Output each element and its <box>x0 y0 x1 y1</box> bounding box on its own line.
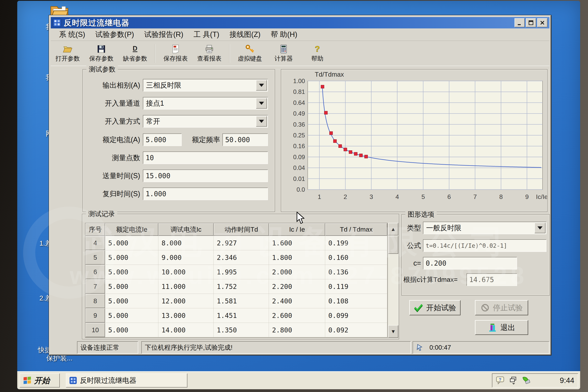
start-label: 开始 <box>34 375 50 386</box>
table-cell: 5.000 <box>105 308 158 322</box>
toolbar-open-params-button[interactable]: 打开参数 <box>51 42 84 65</box>
table-header-3[interactable]: 动作时间Td <box>214 223 269 236</box>
menu-item-5[interactable]: 帮 助(H) <box>266 28 302 40</box>
table-cell: 0.119 <box>325 279 387 294</box>
table-row[interactable]: 105.00014.0001.3502.8000.092 <box>86 323 387 337</box>
toolbar-help-button[interactable]: ?帮助 <box>300 42 334 65</box>
menu-item-3[interactable]: 工 具(T) <box>188 28 224 40</box>
graph-options-group-title: 图形选项 <box>405 210 437 219</box>
send-time-field[interactable] <box>143 170 268 182</box>
rated-freq-field[interactable] <box>222 134 268 146</box>
menu-item-1[interactable]: 试验参数(P) <box>90 28 139 40</box>
scroll-up-icon[interactable]: ▲ <box>388 223 398 236</box>
table-cell: 0.099 <box>325 308 387 322</box>
reset-time-field[interactable] <box>143 188 268 200</box>
table-header-1[interactable]: 额定电流Ie <box>105 223 158 236</box>
c-field[interactable] <box>423 257 517 270</box>
table-cell: 5.000 <box>105 236 158 250</box>
toolbar-button-label: 查看报表 <box>197 54 222 63</box>
svg-text:7: 7 <box>473 193 477 200</box>
chart-panel: 1.000.810.640.490.360.250.160.090.040.01… <box>281 69 548 212</box>
svg-text:5: 5 <box>422 193 425 200</box>
exit-label: 退出 <box>500 322 515 332</box>
table-cell: 2.927 <box>214 236 269 250</box>
title-bar[interactable]: 反时限过流继电器 <box>51 17 550 28</box>
svg-text:9: 9 <box>525 193 529 200</box>
help-bubble-icon[interactable]: ? <box>496 376 505 385</box>
task-app-icon <box>69 376 77 384</box>
svg-text:0.16: 0.16 <box>293 143 305 150</box>
table-header-5[interactable]: Td / Tdmax <box>325 223 387 236</box>
windows-flag-icon <box>23 376 32 385</box>
taskbar-task-item[interactable]: 反时限过流继电器 <box>66 374 188 388</box>
taskbar-clock[interactable]: 9:44 <box>560 376 574 385</box>
close-button[interactable] <box>537 18 548 27</box>
usb-device-icon[interactable] <box>522 376 531 385</box>
windows-stack-icon[interactable] <box>509 376 518 385</box>
table-header-2[interactable]: 调试电流Ic <box>158 223 214 236</box>
graph-options-group: 图形选项 类型 一般反时限 公式 c= 根据c计算Tdmax= <box>402 214 550 296</box>
table-header-0[interactable]: 序号 <box>86 223 105 236</box>
table-row[interactable]: 55.0009.0002.3461.8000.160 <box>86 250 387 265</box>
svg-text:?: ? <box>315 44 320 54</box>
output-phase-combo[interactable]: 三相反时限 <box>143 79 268 92</box>
toolbar-calculator-button[interactable]: 计算器 <box>267 42 300 65</box>
table-row[interactable]: 75.00011.0001.7522.2000.119 <box>86 279 387 294</box>
curve-type-combo[interactable]: 一般反时限 <box>423 222 546 234</box>
table-cell: 5.000 <box>105 250 158 264</box>
scroll-down-icon[interactable]: ▼ <box>388 325 398 338</box>
virtual-keyboard-icon <box>245 44 254 54</box>
chevron-down-icon[interactable] <box>256 98 267 108</box>
check-icon <box>414 303 423 312</box>
maximize-button[interactable] <box>526 18 536 27</box>
save-params-icon <box>97 44 106 54</box>
scroll-thumb[interactable] <box>388 236 398 254</box>
toolbar-view-report-button[interactable]: 查看报表 <box>192 42 226 65</box>
table-row[interactable]: 95.00013.0001.4512.6000.099 <box>86 308 387 323</box>
tdmax-field[interactable] <box>466 274 517 286</box>
svg-text:0.49: 0.49 <box>293 110 305 117</box>
toolbar-button-label: 打开参数 <box>56 54 80 63</box>
table-cell: 13.000 <box>158 308 214 322</box>
toolbar-button-label: 帮助 <box>311 54 324 63</box>
start-button[interactable]: 开始 <box>20 374 60 388</box>
window-title: 反时限过流继电器 <box>64 18 513 28</box>
row-number-cell: 9 <box>86 308 105 322</box>
svg-text:2: 2 <box>344 193 347 200</box>
svg-text:1: 1 <box>318 193 321 200</box>
table-row[interactable]: 65.00010.0001.9952.0000.136 <box>86 265 387 279</box>
exit-button[interactable]: 退出 <box>475 320 528 335</box>
menu-item-0[interactable]: 系 统(S) <box>54 28 90 40</box>
menu-item-4[interactable]: 接线图(Z) <box>224 28 266 40</box>
svg-text:D: D <box>133 45 138 52</box>
toolbar-save-report-button[interactable]: 保存报表 <box>159 42 192 65</box>
app-logo-icon <box>53 18 61 27</box>
svg-text:3: 3 <box>370 193 373 200</box>
input-channel-label: 开入量通道 <box>86 97 140 110</box>
input-channel-combo[interactable]: 接点1 <box>143 97 268 110</box>
stop-icon <box>480 303 490 312</box>
records-scrollbar[interactable]: ▲ ▼ <box>388 223 398 338</box>
output-phase-value: 三相反时限 <box>146 80 181 91</box>
table-cell: 5.000 <box>105 323 158 337</box>
toolbar-save-params-button[interactable]: 保存参数 <box>84 42 118 65</box>
measure-points-field[interactable] <box>143 152 268 164</box>
test-records-group-title: 测试记录 <box>86 210 117 218</box>
table-row[interactable]: 85.00012.0001.5812.4000.108 <box>86 294 387 308</box>
formula-field[interactable] <box>423 239 546 252</box>
stop-test-button[interactable]: 停止试验 <box>475 300 528 315</box>
input-mode-combo[interactable]: 常开 <box>143 115 268 128</box>
table-row[interactable]: 45.0008.0002.9271.6000.199 <box>86 236 387 250</box>
chevron-down-icon[interactable] <box>256 80 267 90</box>
start-test-button[interactable]: 开始试验 <box>409 300 460 315</box>
chevron-down-icon[interactable] <box>256 116 267 126</box>
rated-current-field[interactable] <box>143 134 182 146</box>
menu-item-2[interactable]: 试验报告(R) <box>139 28 188 40</box>
toolbar-virtual-keyboard-button[interactable]: 虚拟键盘 <box>233 42 267 65</box>
table-cell: 5.000 <box>105 265 158 279</box>
toolbar-default-params-button[interactable]: D缺省参数 <box>118 42 152 65</box>
chevron-down-icon[interactable] <box>534 223 546 233</box>
minimize-button[interactable] <box>514 18 525 27</box>
toolbar-button-label: 保存报表 <box>164 54 188 63</box>
table-header-4[interactable]: Ic / Ie <box>269 223 325 236</box>
